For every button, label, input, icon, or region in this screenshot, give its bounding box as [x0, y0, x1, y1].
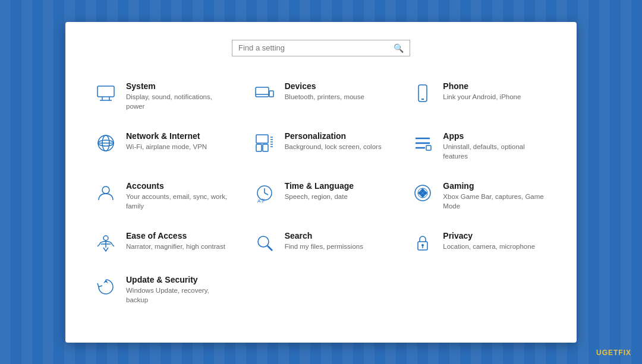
setting-desc-search: Find my files, permissions	[285, 242, 390, 251]
ease-icon	[94, 231, 118, 255]
accounts-icon	[94, 181, 118, 205]
setting-item-time[interactable]: A字 Time & Language Speech, region, date	[248, 174, 395, 218]
svg-line-28	[265, 193, 268, 195]
devices-icon	[253, 81, 276, 105]
svg-rect-14	[256, 144, 262, 151]
setting-title-privacy: Privacy	[443, 231, 548, 240]
watermark: UGETFIX	[596, 349, 631, 357]
update-icon	[94, 275, 118, 299]
network-icon	[94, 131, 118, 155]
search-icon	[253, 231, 276, 255]
setting-desc-time: Speech, region, date	[285, 192, 390, 201]
setting-item-search[interactable]: Search Find my files, permissions	[248, 224, 395, 262]
phone-icon	[411, 81, 435, 105]
setting-item-gaming[interactable]: Gaming Xbox Game Bar, captures, Game Mod…	[406, 174, 553, 218]
setting-item-privacy[interactable]: Privacy Location, camera, microphone	[406, 224, 553, 262]
setting-desc-accounts: Your accounts, email, sync, work, family	[126, 192, 231, 211]
setting-item-accounts[interactable]: Accounts Your accounts, email, sync, wor…	[89, 174, 236, 218]
setting-title-search: Search	[285, 231, 390, 240]
svg-text:A字: A字	[257, 198, 265, 204]
setting-item-network[interactable]: Network & Internet Wi-Fi, airplane mode,…	[89, 124, 236, 168]
svg-rect-24	[426, 145, 431, 150]
search-icon: 🔍	[394, 43, 404, 53]
svg-rect-15	[263, 144, 268, 151]
svg-rect-13	[256, 135, 268, 143]
setting-item-phone[interactable]: Phone Link your Android, iPhone	[406, 74, 553, 118]
setting-title-devices: Devices	[285, 81, 390, 91]
setting-title-time: Time & Language	[285, 181, 390, 191]
setting-desc-system: Display, sound, notifications, power	[126, 92, 231, 111]
setting-title-network: Network & Internet	[126, 131, 231, 141]
setting-desc-gaming: Xbox Game Bar, captures, Game Mode	[443, 192, 548, 211]
svg-rect-0	[97, 86, 114, 97]
setting-title-phone: Phone	[443, 81, 548, 91]
svg-point-32	[103, 236, 108, 240]
setting-title-personalization: Personalization	[285, 131, 390, 141]
setting-item-apps[interactable]: Apps Uninstall, defaults, optional featu…	[406, 124, 553, 168]
setting-desc-apps: Uninstall, defaults, optional features	[443, 142, 548, 161]
setting-item-update[interactable]: Update & Security Windows Update, recove…	[89, 268, 236, 312]
setting-title-accounts: Accounts	[126, 181, 231, 191]
settings-grid: System Display, sound, notifications, po…	[89, 74, 553, 312]
setting-desc-phone: Link your Android, iPhone	[443, 92, 548, 102]
privacy-icon	[411, 231, 435, 255]
search-bar[interactable]: 🔍	[232, 40, 410, 56]
setting-desc-ease: Narrator, magnifier, high contrast	[126, 242, 231, 251]
svg-rect-4	[256, 87, 269, 97]
setting-desc-privacy: Location, camera, microphone	[443, 242, 548, 251]
setting-title-gaming: Gaming	[443, 181, 548, 191]
svg-point-38	[421, 244, 424, 246]
setting-desc-update: Windows Update, recovery, backup	[126, 286, 231, 305]
setting-item-ease[interactable]: Ease of Access Narrator, magnifier, high…	[89, 224, 236, 262]
setting-item-system[interactable]: System Display, sound, notifications, po…	[89, 74, 236, 118]
setting-item-devices[interactable]: Devices Bluetooth, printers, mouse	[248, 74, 395, 118]
setting-desc-devices: Bluetooth, printers, mouse	[285, 92, 390, 102]
system-icon	[94, 81, 118, 105]
apps-icon	[411, 131, 435, 155]
svg-line-36	[268, 246, 272, 251]
setting-title-system: System	[126, 81, 231, 91]
svg-point-35	[258, 236, 269, 247]
setting-title-apps: Apps	[443, 131, 548, 141]
search-input[interactable]	[238, 43, 394, 52]
setting-title-ease: Ease of Access	[126, 231, 231, 240]
setting-item-personalization[interactable]: Personalization Background, lock screen,…	[248, 124, 395, 168]
settings-panel: 🔍 System Display, sound, notifications, …	[65, 22, 577, 343]
svg-rect-5	[269, 91, 273, 97]
svg-point-25	[102, 186, 109, 194]
setting-desc-network: Wi-Fi, airplane mode, VPN	[126, 142, 231, 151]
personalization-icon	[253, 131, 276, 155]
gaming-icon	[411, 181, 435, 205]
setting-title-update: Update & Security	[126, 275, 231, 284]
setting-desc-personalization: Background, lock screen, colors	[285, 142, 390, 151]
time-icon: A字	[253, 181, 276, 205]
